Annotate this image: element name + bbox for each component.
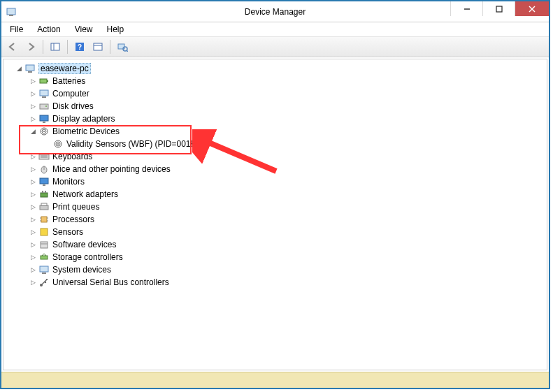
- expander-closed-icon[interactable]: ▷: [29, 77, 37, 85]
- node-computer[interactable]: ▷ Computer: [5, 87, 545, 100]
- maximize-button[interactable]: [482, 1, 515, 16]
- expander-closed-icon[interactable]: ▷: [29, 266, 37, 274]
- node-label[interactable]: Processors: [52, 215, 94, 224]
- menu-file[interactable]: File: [4, 24, 29, 35]
- keyboard-icon: [38, 151, 50, 162]
- node-label[interactable]: Universal Serial Bus controllers: [52, 277, 169, 287]
- node-label[interactable]: Mice and other pointing devices: [52, 164, 171, 174]
- svg-point-27: [43, 131, 45, 132]
- expander-closed-icon[interactable]: ▷: [29, 165, 37, 173]
- node-label[interactable]: Software devices: [52, 240, 116, 249]
- node-label[interactable]: Keyboards: [52, 152, 92, 161]
- node-keyboards[interactable]: ▷ Keyboards: [5, 150, 545, 163]
- toolbar: ?: [1, 37, 549, 57]
- node-label[interactable]: Print queues: [52, 202, 99, 212]
- expander-closed-icon[interactable]: ▷: [29, 190, 37, 198]
- root-label[interactable]: easeware-pc: [38, 63, 91, 74]
- node-system-devices[interactable]: ▷ System devices: [5, 263, 545, 276]
- expander-closed-icon[interactable]: ▷: [29, 102, 37, 110]
- svg-rect-19: [40, 90, 48, 96]
- computer-icon: [24, 63, 36, 74]
- node-storage-controllers[interactable]: ▷ Storage controllers: [5, 251, 545, 263]
- svg-rect-20: [42, 96, 46, 98]
- expander-closed-icon[interactable]: ▷: [29, 278, 37, 286]
- status-bar: [1, 372, 549, 388]
- expander-open-icon[interactable]: ◢: [29, 127, 37, 136]
- storage-icon: [38, 252, 50, 263]
- network-icon: [38, 189, 50, 200]
- scan-hardware-button[interactable]: [114, 38, 131, 55]
- node-sensors[interactable]: ▷ Sensors: [5, 226, 545, 238]
- expander-open-icon[interactable]: ◢: [15, 64, 23, 73]
- svg-rect-42: [41, 203, 47, 205]
- show-hide-tree-button[interactable]: [47, 38, 64, 55]
- battery-icon: [38, 75, 50, 87]
- back-button[interactable]: [4, 38, 21, 55]
- menu-view[interactable]: View: [69, 24, 99, 35]
- svg-rect-41: [40, 205, 48, 210]
- node-disk-drives[interactable]: ▷ Disk drives: [5, 100, 545, 112]
- expander-closed-icon[interactable]: ▷: [29, 240, 37, 249]
- properties-button[interactable]: [89, 38, 106, 55]
- node-label[interactable]: Batteries: [52, 76, 85, 86]
- svg-rect-52: [40, 266, 48, 272]
- node-label[interactable]: Monitors: [52, 177, 85, 187]
- node-label[interactable]: Biometric Devices: [52, 126, 120, 136]
- svg-rect-51: [41, 256, 48, 259]
- system-icon: [38, 264, 50, 275]
- svg-line-14: [127, 50, 128, 52]
- close-button[interactable]: [515, 1, 549, 16]
- svg-rect-21: [40, 104, 48, 109]
- title-bar: Device Manager: [1, 1, 549, 22]
- node-batteries[interactable]: ▷ Batteries: [5, 75, 545, 87]
- expander-closed-icon[interactable]: ▷: [29, 177, 37, 186]
- node-print-queues[interactable]: ▷ Print queues: [5, 201, 545, 213]
- tree-panel[interactable]: ◢ easeware-pc ▷ Batteries ▷ Computer ▷ D…: [3, 59, 547, 370]
- node-biometric-devices[interactable]: ◢ Biometric Devices: [5, 125, 545, 138]
- node-label[interactable]: Computer: [52, 89, 89, 99]
- menu-action[interactable]: Action: [31, 24, 66, 35]
- processor-icon: [38, 214, 50, 225]
- forward-button[interactable]: [22, 38, 39, 55]
- node-root[interactable]: ◢ easeware-pc: [5, 62, 545, 75]
- svg-rect-17: [40, 79, 47, 83]
- node-validity-sensors[interactable]: ▷ Validity Sensors (WBF) (PID=0018): [5, 138, 545, 150]
- node-label[interactable]: Validity Sensors (WBF) (PID=0018): [66, 139, 198, 149]
- svg-rect-43: [41, 217, 47, 222]
- svg-rect-10: [94, 43, 102, 50]
- node-mice[interactable]: ▷ Mice and other pointing devices: [5, 163, 545, 175]
- display-icon: [38, 113, 50, 124]
- node-network-adapters[interactable]: ▷ Network adapters: [5, 188, 545, 201]
- svg-rect-37: [43, 184, 45, 186]
- toolbar-separator: [110, 40, 110, 54]
- expander-closed-icon[interactable]: ▷: [29, 115, 37, 123]
- toolbar-separator: [67, 40, 68, 54]
- expander-closed-icon[interactable]: ▷: [29, 215, 37, 224]
- app-icon: [6, 6, 17, 17]
- svg-rect-38: [41, 193, 48, 197]
- usb-icon: [38, 277, 50, 288]
- node-display-adapters[interactable]: ▷ Display adapters: [5, 112, 545, 125]
- minimize-button[interactable]: [450, 1, 482, 16]
- node-label[interactable]: Disk drives: [52, 101, 94, 111]
- node-label[interactable]: System devices: [52, 265, 111, 275]
- node-monitors[interactable]: ▷ Monitors: [5, 175, 545, 188]
- device-tree[interactable]: ◢ easeware-pc ▷ Batteries ▷ Computer ▷ D…: [3, 59, 547, 291]
- expander-closed-icon[interactable]: ▷: [29, 152, 37, 161]
- help-button[interactable]: ?: [71, 38, 88, 55]
- node-processors[interactable]: ▷ Processors: [5, 213, 545, 226]
- node-label[interactable]: Network adapters: [52, 189, 118, 199]
- expander-closed-icon[interactable]: ▷: [29, 228, 37, 236]
- node-label[interactable]: Display adapters: [52, 114, 115, 124]
- expander-closed-icon[interactable]: ▷: [29, 203, 37, 211]
- node-usb[interactable]: ▷ Universal Serial Bus controllers: [5, 276, 545, 289]
- computer-icon: [38, 88, 50, 99]
- menu-help[interactable]: Help: [101, 24, 130, 35]
- node-software-devices[interactable]: ▷ Software devices: [5, 238, 545, 251]
- node-label[interactable]: Sensors: [52, 227, 83, 237]
- software-icon: [38, 239, 50, 250]
- node-label[interactable]: Storage controllers: [52, 252, 123, 262]
- expander-closed-icon[interactable]: ▷: [29, 253, 37, 261]
- svg-point-56: [45, 282, 46, 283]
- expander-closed-icon[interactable]: ▷: [29, 89, 37, 98]
